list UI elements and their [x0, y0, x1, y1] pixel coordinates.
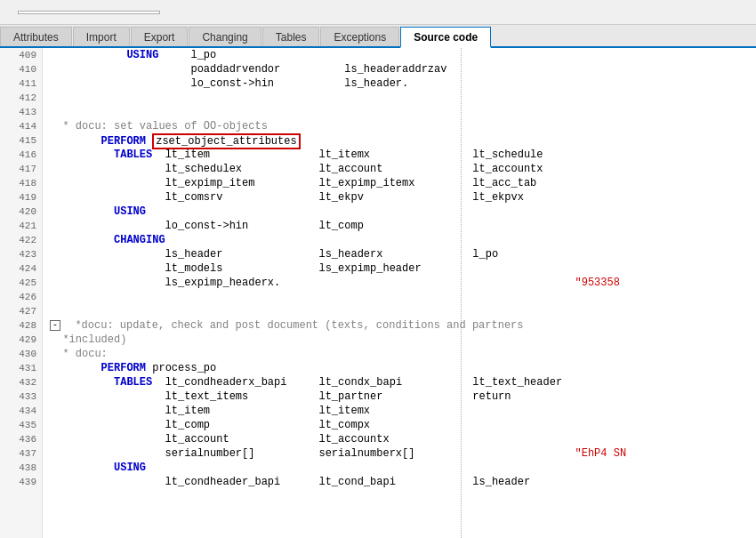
code-area: 4094104114124134144154164174184194204214… [0, 48, 756, 538]
line-number-415: 415 [5, 133, 36, 148]
line-number-425: 425 [5, 276, 36, 290]
code-line-435: lt_comp lt_compx [50, 418, 749, 432]
line-number-411: 411 [5, 76, 36, 91]
code-line-409: USING l_po [50, 48, 749, 62]
code-line-425: ls_expimp_headerx. "953358 [50, 276, 749, 290]
code-content: USING l_po poaddadrvendor ls_headeraddrz… [43, 48, 756, 538]
line-number-419: 419 [5, 190, 36, 205]
line-numbers: 4094104114124134144154164174184194204214… [0, 48, 43, 538]
line-number-422: 422 [5, 233, 36, 247]
line-number-431: 431 [5, 361, 36, 375]
line-number-413: 413 [5, 105, 36, 119]
code-text-428: *docu: update, check and post document (… [62, 319, 523, 332]
code-line-422: CHANGING [50, 233, 749, 247]
code-line-419: lt_comsrv lt_ekpv lt_ekpvx [50, 190, 749, 205]
code-line-413 [50, 105, 749, 119]
tab-import[interactable]: Import [73, 27, 130, 46]
line-number-433: 433 [5, 389, 36, 404]
code-line-410: poaddadrvendor ls_headeraddrzav [50, 62, 749, 76]
tab-source-code[interactable]: Source code [400, 27, 491, 48]
line-number-412: 412 [5, 91, 36, 105]
tab-bar: AttributesImportExportChangingTablesExce… [0, 25, 756, 48]
collapse-icon-428[interactable]: - [50, 320, 60, 331]
code-line-420: USING [50, 205, 749, 219]
code-line-427 [50, 304, 749, 318]
code-line-414: * docu: set values of OO-objects [50, 119, 749, 133]
top-bar [0, 0, 756, 25]
code-line-415: PERFORM zset_object_attributes [50, 133, 749, 148]
line-number-410: 410 [5, 62, 36, 76]
line-number-416: 416 [5, 148, 36, 162]
code-line-437: serialnumber[] serialnumberx[] "EhP4 SN [50, 446, 749, 461]
code-line-434: lt_item lt_itemx [50, 404, 749, 418]
code-line-416: TABLES lt_item lt_itemx lt_schedule [50, 148, 749, 162]
line-number-437: 437 [5, 446, 36, 461]
line-number-423: 423 [5, 247, 36, 261]
line-number-430: 430 [5, 347, 36, 361]
code-line-428: - *docu: update, check and post document… [50, 318, 749, 333]
line-number-439: 439 [5, 475, 36, 489]
line-number-424: 424 [5, 261, 36, 276]
line-number-428: 428 [5, 318, 36, 333]
line-number-436: 436 [5, 432, 36, 446]
code-line-411: lo_const->hin ls_header. [50, 76, 749, 91]
line-number-435: 435 [5, 418, 36, 432]
line-number-414: 414 [5, 119, 36, 133]
code-line-433: lt_text_items lt_partner return [50, 389, 749, 404]
line-number-409: 409 [5, 48, 36, 62]
line-number-426: 426 [5, 290, 36, 304]
code-line-438: USING [50, 461, 749, 475]
line-number-420: 420 [5, 205, 36, 219]
line-number-427: 427 [5, 304, 36, 318]
code-line-439: lt_condheader_bapi lt_cond_bapi ls_heade… [50, 475, 749, 489]
line-number-434: 434 [5, 404, 36, 418]
code-line-418: lt_expimp_item lt_expimp_itemx lt_acc_ta… [50, 176, 749, 190]
line-number-429: 429 [5, 333, 36, 347]
tab-changing[interactable]: Changing [189, 27, 261, 46]
tab-attributes[interactable]: Attributes [0, 27, 72, 46]
line-number-421: 421 [5, 219, 36, 233]
code-line-417: lt_schedulex lt_account lt_accountx [50, 162, 749, 176]
code-line-421: lo_const->hin lt_comp [50, 219, 749, 233]
tab-export[interactable]: Export [131, 27, 189, 46]
code-line-423: ls_header ls_headerx l_po [50, 247, 749, 261]
line-number-418: 418 [5, 176, 36, 190]
code-line-412 [50, 91, 749, 105]
code-line-426 [50, 290, 749, 304]
tab-tables[interactable]: Tables [262, 27, 320, 46]
code-line-429: *included) [50, 333, 749, 347]
line-number-432: 432 [5, 375, 36, 389]
code-line-430: * docu: [50, 347, 749, 361]
line-number-417: 417 [5, 162, 36, 176]
tab-exceptions[interactable]: Exceptions [320, 27, 399, 46]
code-line-432: TABLES lt_condheaderx_bapi lt_condx_bapi… [50, 375, 749, 389]
code-line-436: lt_account lt_accountx [50, 432, 749, 446]
code-line-431: PERFORM process_po [50, 361, 749, 375]
code-line-424: lt_models ls_expimp_header [50, 261, 749, 276]
function-module-value [18, 11, 160, 14]
line-number-438: 438 [5, 461, 36, 475]
